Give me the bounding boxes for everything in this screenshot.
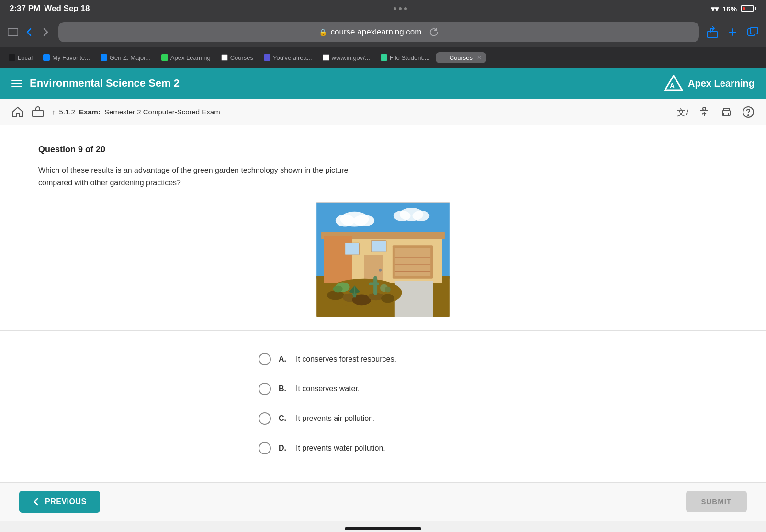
question-number: Question 9 of 20 [38, 145, 728, 155]
tab-genz[interactable]: Gen Z: Major... [96, 52, 156, 63]
svg-point-34 [379, 269, 382, 272]
tab-label-genz: Gen Z: Major... [110, 54, 151, 61]
briefcase-icon[interactable] [32, 106, 44, 118]
answer-options: A. It conserves forest resources. B. It … [239, 344, 527, 463]
browser-chrome: 🔒 course.apexlearning.com [0, 17, 766, 47]
tab-label-favorites: My Favorite... [52, 54, 90, 61]
battery-icon [741, 5, 756, 12]
bottom-bar: PREVIOUS SUBMIT [0, 482, 766, 521]
tab-apex[interactable]: Apex Learning [157, 52, 215, 63]
tab-close-icon[interactable]: ✕ [477, 54, 482, 61]
apex-logo: A Apex Learning [664, 75, 755, 92]
submit-button-label: SUBMIT [701, 498, 732, 506]
hamburger-menu-icon[interactable] [11, 80, 22, 87]
address-bar[interactable]: 🔒 course.apexlearning.com [58, 22, 699, 42]
home-icon[interactable] [11, 106, 24, 118]
print-icon[interactable] [720, 106, 732, 118]
radio-c[interactable] [259, 412, 271, 425]
svg-rect-10 [33, 110, 43, 117]
tab-favicon-courses-active [440, 54, 447, 61]
tab-filo[interactable]: Filo Student:... [376, 52, 435, 63]
tab-label-local: Local [18, 54, 33, 61]
option-c[interactable]: C. It prevents air pollution. [259, 404, 507, 433]
radio-d[interactable] [259, 442, 271, 454]
battery-percent: 16% [722, 5, 737, 13]
previous-button[interactable]: PREVIOUS [19, 491, 100, 513]
tab-label-courses-active: Courses [450, 54, 473, 61]
tab-favicon-courses [221, 54, 228, 61]
tab-favorites[interactable]: My Favorite... [38, 52, 95, 63]
tab-favicon-ingov [323, 54, 329, 61]
status-bar-left: 2:37 PM Wed Sep 18 [10, 4, 90, 13]
tab-youve[interactable]: You've alrea... [259, 52, 317, 63]
tab-label-apex: Apex Learning [170, 54, 211, 61]
home-indicator [0, 521, 766, 532]
tabs-icon[interactable] [747, 26, 758, 38]
share-icon[interactable] [707, 26, 718, 38]
date-display: Wed Sep 18 [44, 4, 90, 13]
main-content: Question 9 of 20 Which of these results … [0, 125, 766, 482]
svg-point-16 [748, 115, 749, 116]
tab-label-filo: Filo Student:... [390, 54, 430, 61]
tab-label-youve: You've alrea... [273, 54, 312, 61]
dot3 [404, 7, 407, 10]
svg-rect-35 [345, 243, 360, 255]
option-letter-c: C. [279, 414, 288, 423]
forward-icon[interactable] [40, 27, 51, 37]
svg-rect-0 [8, 28, 18, 36]
reload-icon[interactable] [429, 27, 439, 37]
app-title: Environmental Science Sem 2 [30, 77, 180, 90]
svg-point-47 [333, 286, 343, 293]
tab-favicon-apex [161, 54, 168, 61]
app-header-left: Environmental Science Sem 2 [11, 77, 180, 90]
option-text-b: It conserves water. [296, 385, 360, 393]
status-bar: 2:37 PM Wed Sep 18 ▾▾ 16% [0, 0, 766, 17]
option-text-c: It prevents air pollution. [296, 414, 375, 423]
svg-text:文A: 文A [677, 108, 688, 117]
svg-rect-29 [395, 248, 430, 276]
image-container [38, 202, 728, 317]
apex-logo-icon: A [664, 75, 683, 92]
svg-rect-45 [369, 283, 379, 285]
option-letter-b: B. [279, 385, 288, 393]
svg-point-22 [394, 211, 411, 221]
accessibility-icon[interactable] [698, 106, 710, 118]
tab-local[interactable]: Local [4, 52, 37, 63]
dot1 [394, 7, 396, 10]
course-nav-right: 文A [676, 106, 755, 118]
tab-courses[interactable]: Courses [216, 52, 258, 63]
radio-a[interactable] [259, 353, 271, 365]
back-icon[interactable] [24, 27, 34, 37]
svg-point-23 [412, 211, 429, 221]
translate-icon[interactable]: 文A [676, 106, 688, 118]
svg-rect-37 [395, 281, 433, 317]
time-display: 2:37 PM [10, 4, 40, 13]
breadcrumb-arrow: ↑ [52, 108, 56, 116]
browser-tabs: Local My Favorite... Gen Z: Major... Ape… [0, 47, 766, 68]
tab-favicon-filo [381, 54, 387, 61]
previous-button-label: PREVIOUS [45, 498, 87, 506]
option-letter-d: D. [279, 444, 288, 453]
option-b[interactable]: B. It conserves water. [259, 374, 507, 404]
svg-point-49 [385, 287, 391, 293]
svg-rect-6 [751, 27, 757, 34]
sidebar-toggle-icon[interactable] [8, 27, 18, 37]
tab-favicon-genz [101, 54, 107, 61]
submit-button[interactable]: SUBMIT [686, 491, 747, 512]
answer-divider [0, 330, 766, 331]
svg-rect-44 [373, 276, 377, 295]
tab-ingov[interactable]: www.in.gov/... [318, 52, 375, 63]
breadcrumb-label: Exam: [79, 108, 101, 116]
dot2 [399, 7, 402, 10]
svg-point-20 [354, 215, 375, 226]
option-text-a: It conserves forest resources. [296, 355, 396, 363]
option-a[interactable]: A. It conserves forest resources. [259, 344, 507, 374]
svg-point-19 [336, 215, 355, 227]
new-tab-icon[interactable] [727, 26, 738, 38]
status-bar-center [394, 7, 407, 10]
option-d[interactable]: D. It prevents water pollution. [259, 433, 507, 463]
radio-b[interactable] [259, 383, 271, 395]
svg-point-43 [381, 294, 394, 303]
tab-courses-active[interactable]: Courses ✕ [436, 52, 486, 63]
help-icon[interactable] [742, 106, 755, 118]
